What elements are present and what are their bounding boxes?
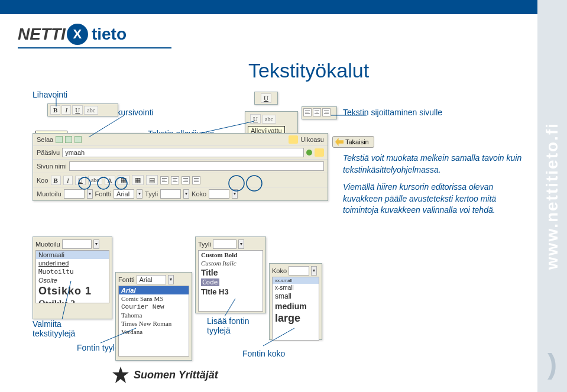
label-lihavointi: Lihavointi [33,90,67,99]
muotoilu-dropdown: Muotoilu▾ Normaali underlined Muotoiltu … [33,237,112,319]
muotoilu-dd-field[interactable] [62,239,92,249]
takaisin-button[interactable]: Takaisin [332,136,374,148]
bold-button[interactable]: B [50,105,60,115]
koko-listbox[interactable]: xx-small x-small small medium large [272,277,319,341]
brand-netti: NETTI [18,25,66,44]
muotoilu-opt-muotoiltu[interactable]: Muotoiltu [36,267,109,276]
editor-align-left-icon[interactable] [160,176,169,184]
paasivu-field[interactable]: ymaah [62,148,304,157]
status-dot-icon[interactable] [306,150,312,155]
koko-opt-xsmall[interactable]: x-small [273,284,319,291]
takaisin-label: Takaisin [345,138,369,145]
label-valmiita-tyyleja: Valmiita tekstityylejä [33,319,98,338]
editor-tool-3[interactable]: ▦ [132,175,144,185]
tyyli-dropdown: Tyyli▾ Custom Bold Custom Italic Title C… [195,237,266,313]
fontti-dd2[interactable]: ▾ [168,275,174,284]
top-bar [0,0,560,14]
tyyli-field[interactable] [160,189,181,199]
right-sidebar: www.nettitieto.fi ) [537,0,567,392]
editor-tool-4[interactable]: ▤ [146,175,158,185]
fontti-dd-field[interactable]: Arial [137,275,166,284]
tyyli-opt-custom-bold[interactable]: Custom Bold [199,251,263,259]
brand-x: X [67,24,88,45]
fontti-opt-courier[interactable]: Courier New [119,303,189,311]
ulkoasu-label[interactable]: Ulkoasu [300,136,324,143]
label-fontin-koko: Fontin koko [242,349,285,358]
underline-button-callout-2[interactable]: U [250,114,261,124]
label-sijoittaminen: Tekstin sijoittaminen sivulle [343,108,442,117]
paren-decoration: ) [547,348,557,380]
fontti-opt-tahoma[interactable]: Tahoma [119,311,189,319]
ulkoasu-icon[interactable] [289,135,298,144]
align-toolbar [302,106,337,119]
editor-italic-button[interactable]: I [63,176,73,185]
tyyli-label: Tyyli [145,190,158,197]
muotoilu-dd2[interactable]: ▾ [93,239,99,249]
align-right-icon[interactable] [322,108,331,116]
koko-field[interactable] [209,189,229,199]
underline-callout-1: U [254,92,278,105]
arrow-up-icon[interactable] [65,136,72,143]
help-icon[interactable] [315,148,324,157]
koko-opt-xxsmall[interactable]: xx-small [273,277,319,284]
koko-dd[interactable]: ▾ [232,189,238,199]
body-text: Tekstiä voit muokata melkein samalla tav… [343,153,526,222]
koko-opt-medium[interactable]: medium [273,301,319,312]
fontti-opt-arial[interactable]: Arial [119,286,189,294]
fontti-header: Fontti [118,276,135,283]
fontti-opt-verdana[interactable]: Verdana [119,328,189,336]
align-center-icon[interactable] [313,108,321,116]
fontti-opt-times[interactable]: Times New Roman [119,319,189,328]
selaa-label: Selaa [37,136,53,143]
muotoilu-listbox[interactable]: Normaali underlined Muotoiltu Osoite Ots… [35,250,109,303]
abc-button-callout[interactable]: abc [262,115,276,124]
koko-opt-large[interactable]: large [273,312,319,325]
underline-button-callout[interactable]: U [261,93,271,103]
fontti-opt-comic[interactable]: Comic Sans MS [119,294,189,303]
tyyli-dd-field[interactable] [213,239,236,249]
abc-button[interactable]: abc [84,106,98,115]
muotoilu-header: Muotoilu [35,241,60,248]
underline-button[interactable]: U [72,105,83,115]
arrow-left-icon[interactable] [56,136,63,143]
editor-underline-button[interactable]: U [75,176,86,185]
tyyli-listbox[interactable]: Custom Bold Custom Italic Title Code Tit… [198,250,263,312]
arrow-down-icon[interactable] [74,136,82,143]
editor-align-justify-icon[interactable] [192,176,200,184]
koko-header2: Koko [272,267,287,274]
editor-tool-2[interactable]: ▦ [118,175,129,185]
toolbar-biu-1: B I U abc [47,103,118,116]
underline-callout-2: U abc Alleviivattu [245,111,298,135]
muotoilu-opt-otsikko2[interactable]: Otsikko 2 [36,298,109,303]
koko-dd2[interactable]: ▾ [311,266,317,276]
muotoilu-opt-normaali[interactable]: Normaali [36,251,109,259]
editor-align-center-icon[interactable] [171,176,179,184]
koko-dd-field[interactable] [289,266,309,276]
sivun-nimi-label: Sivun nimi [37,163,67,170]
editor-tool-1[interactable]: A [105,176,115,185]
muotoilu-field[interactable] [64,189,85,199]
editor-abc-button[interactable]: abc [88,176,102,184]
editor-align-right-icon[interactable] [182,176,190,184]
star-icon [112,367,129,383]
tyyli-dd2[interactable]: ▾ [238,239,244,249]
fontti-listbox[interactable]: Arial Comic Sans MS Courier New Tahoma T… [118,286,189,357]
body-p2: Viemällä hiiren kursorin editorissa olev… [343,182,526,216]
muotoilu-opt-osoite[interactable]: Osoite [36,276,109,284]
page-title: Tekstityökalut [248,59,369,82]
align-left-icon[interactable] [303,108,312,116]
muotoilu-opt-underlined[interactable]: underlined [36,259,109,267]
muotoilu-opt-otsikko1[interactable]: Otsikko 1 [36,284,109,298]
muotoilu-dd[interactable]: ▾ [87,189,93,199]
fontti-dd[interactable]: ▾ [137,189,142,199]
editor-bold-button[interactable]: B [51,176,61,185]
sivun-nimi-field[interactable] [69,161,324,171]
tyyli-dd[interactable]: ▾ [183,189,189,199]
tyyli-opt-custom-italic[interactable]: Custom Italic [199,259,263,267]
fontti-field[interactable]: Arial [114,189,134,199]
tyyli-opt-title[interactable]: Title [199,267,263,278]
koko-opt-small[interactable]: small [273,291,319,301]
tyyli-opt-titleh3[interactable]: Title H3 [199,287,263,297]
tyyli-opt-code[interactable]: Code [199,278,263,287]
italic-button[interactable]: I [61,105,71,115]
